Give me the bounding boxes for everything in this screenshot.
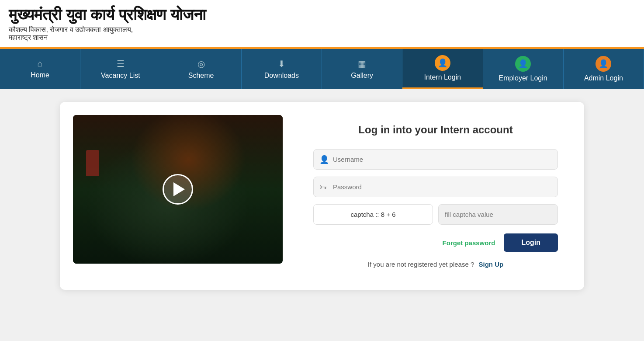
home-icon [38, 59, 43, 69]
nav-vacancy-list[interactable]: Vacancy List [80, 49, 161, 89]
main-content: Log in into your Intern account 👤 🗝 capt… [0, 89, 644, 303]
register-row: If you are not registered yet please ? S… [313, 261, 558, 268]
captcha-input[interactable] [438, 204, 558, 225]
video-placeholder [73, 115, 283, 264]
user-icon: 👤 [319, 155, 329, 164]
nav-intern-login[interactable]: 👤 Intern Login [402, 49, 483, 89]
video-section [73, 115, 283, 277]
form-section: Log in into your Intern account 👤 🗝 capt… [300, 115, 571, 277]
nav-gallery[interactable]: Gallery [322, 49, 402, 89]
nav-admin-label: Admin Login [584, 74, 623, 82]
login-card: Log in into your Intern account 👤 🗝 capt… [60, 102, 584, 290]
captcha-label: captcha :: 8 + 6 [313, 204, 433, 225]
nav-scheme[interactable]: Scheme [161, 49, 242, 89]
key-icon: 🗝 [319, 182, 327, 191]
nav-employer-label: Employer Login [499, 74, 547, 82]
register-text: If you are not registered yet please ? [368, 261, 474, 268]
nav-home[interactable]: Home [0, 49, 80, 89]
site-title: मुख्यमंत्री युवा कार्य प्रशिक्षण योजना [9, 5, 635, 24]
captcha-row: captcha :: 8 + 6 [313, 204, 558, 225]
nav-gallery-label: Gallery [351, 72, 373, 80]
signup-link[interactable]: Sign Up [478, 261, 503, 268]
admin-login-icon: 👤 [596, 56, 611, 72]
header: मुख्यमंत्री युवा कार्य प्रशिक्षण योजना क… [0, 0, 644, 47]
nav-intern-label: Intern Login [424, 73, 461, 81]
nav-vacancy-label: Vacancy List [101, 72, 140, 80]
site-subtitle: कौशल्य विकास, रोजगार व उद्योजकता आयुक्ता… [9, 26, 635, 42]
nav-downloads[interactable]: Downloads [242, 49, 322, 89]
password-group: 🗝 [313, 177, 558, 197]
password-input[interactable] [313, 177, 558, 197]
employer-login-icon: 👤 [515, 56, 531, 72]
scheme-icon [197, 59, 205, 69]
gallery-icon [358, 59, 366, 69]
play-button[interactable] [163, 174, 193, 205]
action-row: Forget password Login [313, 233, 558, 252]
list-icon [117, 59, 125, 69]
intern-login-icon: 👤 [435, 55, 450, 71]
nav-scheme-label: Scheme [188, 72, 214, 80]
username-group: 👤 [313, 149, 558, 170]
nav-downloads-label: Downloads [264, 72, 299, 80]
nav-admin-login[interactable]: 👤 Admin Login [564, 49, 644, 89]
login-button[interactable]: Login [504, 233, 558, 252]
nav-home-label: Home [31, 71, 49, 79]
form-title: Log in into your Intern account [313, 124, 558, 136]
main-nav: Home Vacancy List Scheme Downloads Galle… [0, 49, 644, 89]
nav-employer-login[interactable]: 👤 Employer Login [483, 49, 564, 89]
download-icon [278, 59, 285, 69]
play-triangle-icon [173, 182, 185, 196]
forget-password-link[interactable]: Forget password [443, 239, 495, 247]
username-input[interactable] [313, 149, 558, 170]
